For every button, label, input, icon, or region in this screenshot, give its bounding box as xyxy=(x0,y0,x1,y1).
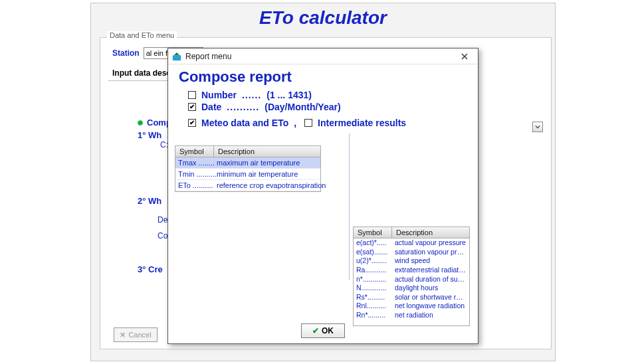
number-range: (1 ... 1431) xyxy=(266,90,312,100)
row-desc: net radiation xyxy=(392,311,469,320)
compose-heading: Compose report xyxy=(179,68,467,86)
opt-meteo-row: Meteo data and ETo , Intermediate result… xyxy=(188,118,467,128)
t2-head-symbol[interactable]: Symbol xyxy=(354,227,392,238)
svg-rect-0 xyxy=(173,55,181,60)
cancel-button[interactable]: ✕ Cancel xyxy=(114,327,158,342)
row-symbol: Rn*......... xyxy=(354,311,392,320)
intermediate-table-row[interactable]: Rn*.........net radiation xyxy=(354,311,469,320)
intermediate-table-row[interactable]: Rnl..........net longwave radiation xyxy=(354,302,469,311)
dropdown-button[interactable] xyxy=(532,122,543,132)
row-symbol: N............. xyxy=(354,284,392,293)
meteo-table-row[interactable]: ETo ..........reference crop evapotransp… xyxy=(175,180,320,191)
date-dots: .......... xyxy=(227,102,259,112)
row-symbol: Ra........... xyxy=(354,266,392,275)
row-symbol: Rs*......... xyxy=(354,293,392,302)
intermediate-table-row[interactable]: n*............actual duration of sunshin… xyxy=(354,275,469,284)
row-symbol: Tmin .......... xyxy=(175,169,214,179)
bullet-icon xyxy=(138,120,143,126)
app-icon xyxy=(172,52,181,61)
chevron-down-icon xyxy=(535,124,540,130)
intermediate-table-row[interactable]: e(act)*.....actual vapour pressure xyxy=(354,238,469,248)
row-desc: net longwave radiation xyxy=(392,302,469,311)
meteo-sep: , xyxy=(294,118,296,128)
cancel-label: Cancel xyxy=(128,331,151,339)
row-symbol: e(sat)....... xyxy=(354,248,392,257)
row-desc: saturation vapour pressure xyxy=(392,248,469,257)
row-desc: maximum air temperature xyxy=(214,157,320,168)
number-label: Number xyxy=(201,90,237,100)
meteo-checkbox[interactable] xyxy=(188,119,196,127)
date-checkbox[interactable] xyxy=(188,103,196,111)
date-format: (Day/Month/Year) xyxy=(265,102,340,112)
intermediate-label: Intermediate results xyxy=(318,118,406,128)
row-symbol: ETo .......... xyxy=(175,180,214,191)
t1-head-desc[interactable]: Description xyxy=(214,146,320,157)
number-dots: ...... xyxy=(242,90,261,100)
data-eto-tab: Data and ETo menu xyxy=(107,31,177,39)
intermediate-checkbox[interactable] xyxy=(304,119,312,127)
meteo-table: Symbol Description Tmax ........maximum … xyxy=(175,145,321,192)
intermediate-table: Symbol Description e(act)*.....actual va… xyxy=(353,227,470,326)
titlebar[interactable]: Report menu xyxy=(168,48,478,64)
intermediate-table-row[interactable]: u(2)*........wind speed xyxy=(354,256,469,266)
number-checkbox[interactable] xyxy=(188,91,196,99)
row-desc: extraterrestrial radiation xyxy=(392,266,469,275)
meteo-table-row[interactable]: Tmin ..........minimum air temperature xyxy=(175,169,320,180)
row-desc: daylight hours xyxy=(392,284,469,293)
report-menu-dialog: Report menu Compose report Number ......… xyxy=(167,48,478,344)
row-desc: minimum air temperature xyxy=(214,169,320,179)
row-desc: wind speed xyxy=(392,256,469,266)
row-desc: actual vapour pressure xyxy=(392,238,469,248)
t2-head-desc[interactable]: Description xyxy=(392,227,469,238)
check-icon: ✔ xyxy=(312,326,319,335)
row-symbol: Tmax ........ xyxy=(175,157,214,168)
meteo-label: Meteo data and ETo xyxy=(201,118,288,128)
row-symbol: e(act)*..... xyxy=(354,238,392,248)
station-label: Station xyxy=(112,48,140,58)
opt-number-row: Number ...... (1 ... 1431) xyxy=(188,90,467,100)
intermediate-table-row[interactable]: Rs*.........solar or shortwave radiation xyxy=(354,293,469,302)
row-symbol: n*............ xyxy=(354,275,392,284)
cancel-x-icon: ✕ xyxy=(120,331,126,339)
row-desc: actual duration of sunshine in a day xyxy=(392,275,469,284)
t1-head-symbol[interactable]: Symbol xyxy=(175,146,214,157)
intermediate-table-row[interactable]: e(sat).......saturation vapour pressure xyxy=(354,248,469,257)
close-icon xyxy=(461,53,468,60)
ok-label: OK xyxy=(322,326,334,335)
meteo-table-row[interactable]: Tmax ........maximum air temperature xyxy=(175,157,320,169)
intermediate-table-row[interactable]: N.............daylight hours xyxy=(354,284,469,293)
divider-line xyxy=(349,134,350,280)
intermediate-table-row[interactable]: Ra...........extraterrestrial radiation xyxy=(354,266,469,275)
date-label: Date xyxy=(201,102,221,112)
row-desc: solar or shortwave radiation xyxy=(392,293,469,302)
opt-date-row: Date .......... (Day/Month/Year) xyxy=(188,102,467,112)
app-title: ETo calculator xyxy=(98,7,548,29)
row-symbol: Rnl.......... xyxy=(354,302,392,311)
row-symbol: u(2)*........ xyxy=(354,256,392,266)
close-button[interactable] xyxy=(455,50,474,62)
dialog-title: Report menu xyxy=(185,52,231,61)
ok-button[interactable]: ✔ OK xyxy=(301,323,345,338)
row-desc: reference crop evapotranspiration xyxy=(214,180,328,191)
